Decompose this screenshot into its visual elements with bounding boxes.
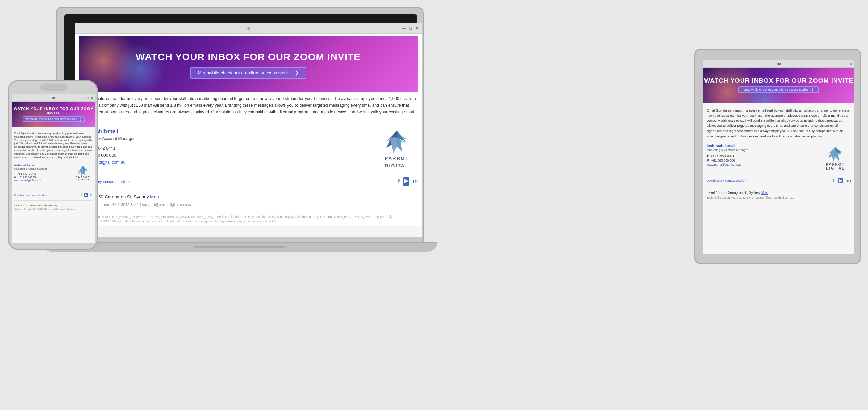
tablet-minimize-btn[interactable]: — bbox=[839, 62, 843, 66]
youtube-icon[interactable]: ▶ bbox=[403, 177, 409, 186]
tablet-frame: ✉ — □ ✕ WATCH YOUR INBOX FOR OUR ZOOM IN… bbox=[694, 49, 861, 264]
hero-subtitle[interactable]: Meanwhile check out our client success s… bbox=[190, 67, 307, 79]
tablet-support: Technical Support +61 2 8042 8441 | supp… bbox=[707, 196, 851, 199]
tablet-divider-2 bbox=[707, 187, 851, 187]
phone-social-icons: f ▶ in bbox=[81, 193, 93, 197]
tablet-facebook-icon[interactable]: f bbox=[833, 178, 835, 183]
map-link[interactable]: Map bbox=[150, 194, 159, 199]
tablet-email-body: Email Signatures transforms every email … bbox=[707, 108, 851, 139]
tablet-hero-title: WATCH YOUR INBOX FOR OUR ZOOM INVITE bbox=[704, 77, 853, 84]
phone-sig-title: Marketing & Account Manager bbox=[14, 167, 66, 170]
maximize-button[interactable]: □ bbox=[409, 26, 412, 31]
tablet-window-chrome: ✉ — □ ✕ bbox=[703, 60, 854, 68]
sig-phone-t: T +61 2 8042 8441 bbox=[79, 145, 369, 151]
laptop-screen: ✉ — □ ✕ WATCH YOUR INBOX FOR OUR ZOOM IN… bbox=[75, 23, 422, 237]
tablet-signature: Inshiraah Ismail Marketing & Account Man… bbox=[707, 144, 851, 171]
phone-close-btn[interactable]: ✕ bbox=[91, 96, 93, 100]
window-controls[interactable]: — □ ✕ bbox=[402, 26, 418, 31]
sig-logo: PARROT DIGITAL bbox=[376, 127, 418, 170]
tablet-map-link[interactable]: Map bbox=[761, 191, 768, 195]
phone-download-link[interactable]: Download my contact details › bbox=[14, 194, 47, 196]
phone-linkedin-icon[interactable]: in bbox=[90, 193, 93, 197]
tablet-hero-subtitle[interactable]: Meanwhile check out our client success s… bbox=[738, 86, 819, 93]
close-button[interactable]: ✕ bbox=[415, 26, 418, 31]
tablet-parrot-brand: PARROT DIGITAL bbox=[826, 163, 844, 170]
tablet-sig-name: Inshiraah Ismail bbox=[707, 144, 813, 148]
tablet-screen: ✉ — □ ✕ WATCH YOUR INBOX FOR OUR ZOOM IN… bbox=[703, 60, 854, 254]
tablet-window-controls[interactable]: — □ ✕ bbox=[839, 62, 852, 66]
phone-hero-title: WATCH YOUR INBOX FOR OUR ZOOM INVITE bbox=[12, 107, 95, 115]
tablet-device: ✉ — □ ✕ WATCH YOUR INBOX FOR OUR ZOOM IN… bbox=[694, 49, 861, 264]
hero-banner: WATCH YOUR INBOX FOR OUR ZOOM INVITE Mea… bbox=[79, 36, 418, 92]
sig-website[interactable]: www.parrotdigital.com.au bbox=[79, 159, 369, 165]
phone-envelope-icon: ✉ bbox=[52, 96, 55, 100]
phone-screen: ✉ — □ ✕ WATCH YOUR INBOX FOR OUR ZOOM IN… bbox=[12, 94, 95, 243]
tablet-linkedin-icon[interactable]: in bbox=[847, 178, 851, 183]
signature: Inshiraah Ismail Marketing & Account Man… bbox=[79, 127, 418, 170]
tablet-footer-row: Download my contact details › f ▶ in bbox=[707, 178, 851, 183]
parrot-bird-icon bbox=[378, 127, 416, 158]
social-icons: f ▶ in bbox=[398, 177, 418, 186]
phone-sig-name: Inshiraah Ismail bbox=[14, 164, 66, 167]
tablet-maximize-btn[interactable]: □ bbox=[845, 62, 847, 66]
tablet-download-link[interactable]: Download my contact details › bbox=[707, 179, 746, 182]
tablet-sig-phone-m: M +61 000 000 000 bbox=[707, 159, 813, 162]
phone-window-chrome: ✉ — □ ✕ bbox=[12, 94, 95, 102]
phone-parrot-brand: PARROT DIGITAL bbox=[76, 176, 90, 181]
divider-1 bbox=[79, 173, 418, 173]
minimize-button[interactable]: — bbox=[402, 26, 406, 31]
phone-minimize-btn[interactable]: — bbox=[82, 96, 85, 100]
phone-footer-row: Download my contact details › f ▶ in bbox=[14, 193, 93, 197]
svg-marker-3 bbox=[392, 145, 397, 153]
sig-title: Marketing & Account Manager bbox=[79, 136, 369, 142]
phone-device: ✉ — □ ✕ WATCH YOUR INBOX FOR OUR ZOOM IN… bbox=[8, 80, 98, 250]
tablet-divider-1 bbox=[707, 174, 851, 174]
svg-marker-11 bbox=[83, 169, 85, 175]
sig-phone-m: M +61 000 000 000 bbox=[79, 152, 369, 158]
phone-signature: Inshiraah Ismail Marketing & Account Man… bbox=[14, 164, 93, 186]
laptop-email-content: WATCH YOUR INBOX FOR OUR ZOOM INVITE Mea… bbox=[75, 34, 422, 226]
svg-marker-17 bbox=[835, 151, 839, 161]
support-info: Technical Support +61 2 8042 8441 | supp… bbox=[79, 202, 418, 208]
tablet-close-btn[interactable]: ✕ bbox=[850, 62, 852, 66]
phone-frame: ✉ — □ ✕ WATCH YOUR INBOX FOR OUR ZOOM IN… bbox=[8, 80, 98, 250]
phone-maximize-btn[interactable]: □ bbox=[87, 96, 89, 100]
svg-marker-2 bbox=[397, 138, 402, 151]
tablet-sig-website[interactable]: www.parrotdigital.com.au bbox=[707, 163, 813, 166]
phone-notch bbox=[40, 84, 68, 91]
phone-sig-website[interactable]: www.parrotdigital.com.au bbox=[14, 179, 66, 181]
tablet-address: Level 13, 50 Carrington St, Sydney Map bbox=[707, 191, 851, 195]
tablet-email-body-wrapper: Email Signatures transforms every email … bbox=[703, 106, 854, 202]
window-chrome: ✉ — □ ✕ bbox=[75, 23, 422, 34]
phone-hero-banner: WATCH YOUR INBOX FOR OUR ZOOM INVITE Mea… bbox=[12, 102, 95, 127]
tablet-hero-banner: WATCH YOUR INBOX FOR OUR ZOOM INVITE Mea… bbox=[703, 68, 854, 102]
tablet-envelope-icon: ✉ bbox=[777, 62, 781, 66]
phone-support: Technical Support +61 2 8042 8441 | supp… bbox=[14, 208, 93, 210]
phone-email-body: Email Signatures transforms every email … bbox=[14, 132, 93, 159]
address: Level 13, 50 Carrington St, Sydney Map bbox=[79, 194, 418, 200]
sig-details: Inshiraah Ismail Marketing & Account Man… bbox=[79, 127, 369, 170]
phone-map-link[interactable]: Map bbox=[53, 204, 58, 207]
svg-marker-18 bbox=[832, 156, 835, 162]
phone-email-body-wrapper: Email Signatures transforms every email … bbox=[12, 130, 95, 212]
tablet-sig-details: Inshiraah Ismail Marketing & Account Man… bbox=[707, 144, 813, 171]
email-body: Email Signatures transforms every email … bbox=[79, 96, 418, 122]
phone-email-content: ✉ — □ ✕ WATCH YOUR INBOX FOR OUR ZOOM IN… bbox=[12, 94, 95, 212]
phone-sig-logo: PARROT DIGITAL bbox=[73, 164, 93, 181]
phone-window-controls[interactable]: — □ ✕ bbox=[82, 96, 93, 100]
legal-text: This email, sent from YOUR_EMAIL_ADDRESS… bbox=[79, 215, 418, 223]
phone-youtube-icon[interactable]: ▶ bbox=[84, 193, 88, 197]
tablet-sig-phone-t: T +61 2 8042 8441 bbox=[707, 155, 813, 158]
laptop-base bbox=[42, 242, 437, 252]
facebook-icon[interactable]: f bbox=[398, 177, 400, 186]
phone-hero-subtitle[interactable]: Meanwhile check out our client success s… bbox=[23, 116, 85, 122]
phone-divider-1 bbox=[14, 189, 93, 189]
tablet-social-icons: f ▶ in bbox=[833, 178, 851, 183]
tablet-sig-title: Marketing & Account Manager bbox=[707, 148, 813, 152]
envelope-icon: ✉ bbox=[246, 26, 250, 31]
sig-name: Inshiraah Ismail bbox=[79, 127, 369, 135]
linkedin-icon[interactable]: in bbox=[413, 177, 418, 186]
phone-facebook-icon[interactable]: f bbox=[81, 193, 82, 197]
hero-title: WATCH YOUR INBOX FOR OUR ZOOM INVITE bbox=[136, 50, 361, 64]
tablet-youtube-icon[interactable]: ▶ bbox=[838, 178, 843, 183]
